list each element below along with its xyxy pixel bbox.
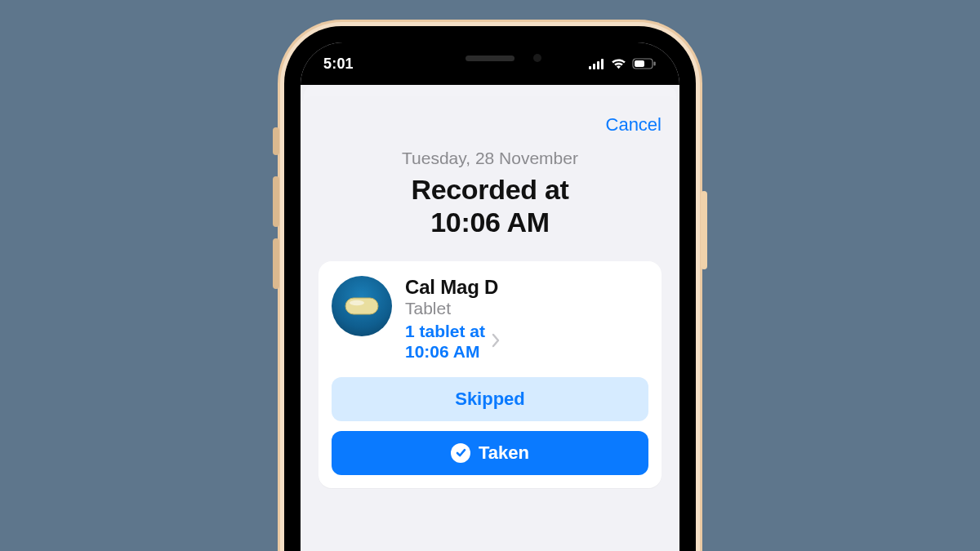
svg-rect-5: [635, 60, 644, 67]
svg-rect-1: [593, 64, 595, 69]
record-title-line2: 10:06 AM: [430, 207, 550, 238]
phone-bezel: 5:01: [284, 26, 696, 551]
medication-info: Cal Mag D Tablet 1 tablet at 10:06 AM: [405, 276, 648, 362]
speaker-grille: [466, 56, 514, 61]
dose-line1: 1 tablet at: [405, 322, 485, 340]
wifi-icon: [611, 58, 626, 69]
medication-form: Tablet: [405, 299, 648, 318]
svg-rect-0: [589, 66, 591, 69]
phone-device-frame: 5:01: [278, 20, 702, 551]
cellular-signal-icon: [589, 59, 605, 69]
phone-notch: [393, 42, 587, 73]
status-time: 5:01: [323, 56, 354, 73]
skipped-button[interactable]: Skipped: [332, 377, 648, 421]
side-button-volume-down: [273, 238, 279, 289]
chevron-right-icon: [492, 333, 500, 351]
checkmark-badge-icon: [451, 443, 470, 463]
sheet-header: Cancel: [318, 111, 662, 144]
medication-row: Cal Mag D Tablet 1 tablet at 10:06 AM: [332, 276, 648, 362]
log-medication-sheet: Cancel Tuesday, 28 November Recorded at …: [301, 96, 679, 551]
taken-label: Taken: [479, 442, 529, 464]
skipped-label: Skipped: [455, 389, 525, 410]
svg-point-9: [350, 300, 364, 305]
svg-rect-6: [654, 62, 656, 66]
battery-icon: [632, 58, 657, 69]
record-date: Tuesday, 28 November: [318, 149, 662, 168]
status-icons-group: [589, 58, 657, 69]
record-title-line1: Recorded at: [411, 174, 568, 205]
svg-rect-2: [597, 61, 599, 69]
side-button-volume-up: [273, 176, 279, 227]
medication-pill-icon: [332, 276, 392, 336]
medication-name: Cal Mag D: [405, 276, 648, 299]
side-button-silence: [273, 127, 279, 155]
phone-screen: 5:01: [301, 42, 679, 551]
dose-detail-button[interactable]: 1 tablet at 10:06 AM: [405, 322, 648, 362]
front-camera: [533, 54, 541, 62]
medication-card: Cal Mag D Tablet 1 tablet at 10:06 AM: [318, 261, 662, 488]
taken-button[interactable]: Taken: [332, 431, 648, 475]
record-title: Recorded at 10:06 AM: [318, 173, 662, 238]
cancel-button[interactable]: Cancel: [606, 114, 662, 136]
side-button-power: [701, 191, 707, 269]
svg-rect-7: [345, 298, 378, 314]
dose-line2: 10:06 AM: [405, 342, 479, 361]
svg-rect-3: [601, 59, 604, 69]
dose-text: 1 tablet at 10:06 AM: [405, 322, 485, 362]
